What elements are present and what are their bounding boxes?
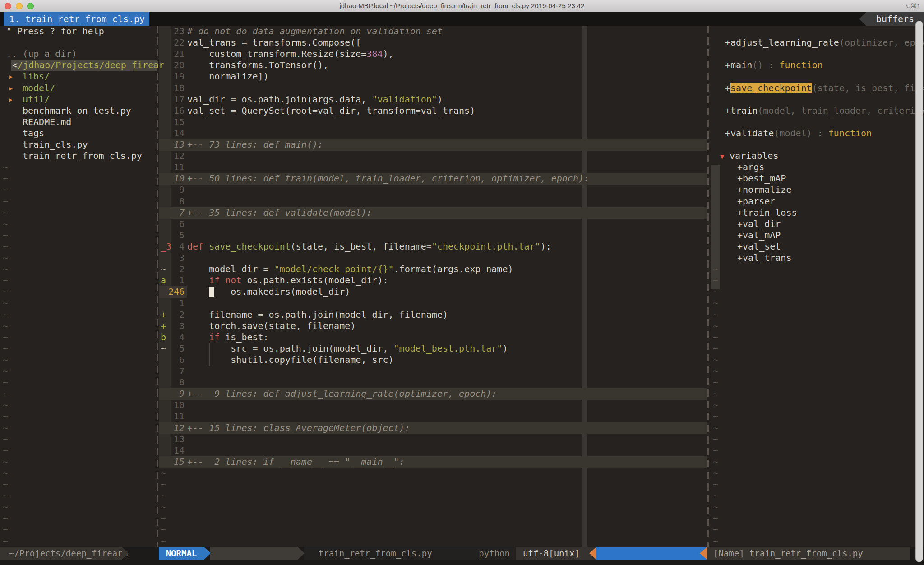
tagbar-tag-item[interactable]: +main() : function [725, 60, 823, 71]
nerdtree-up-dir[interactable]: .. (up a dir) [6, 48, 77, 60]
empty-line-tilde: ~ [713, 366, 718, 377]
code-line[interactable]: src = os.path.join(model_dir, "model_bes… [187, 343, 508, 355]
tagbar-variable-item[interactable]: +val_trans [737, 252, 791, 264]
editor-workspace: " Press ? for help.. (up a dir)</jdhao/P… [0, 26, 924, 547]
empty-line-tilde: ~ [713, 468, 718, 479]
empty-line-tilde: ~ [3, 218, 8, 230]
folded-code-line[interactable]: +-- 9 lines: def adjust_learning_rate(op… [187, 388, 497, 400]
tagbar-section-header[interactable]: ▼ variables [720, 150, 778, 162]
nerdtree-help-hint: " Press ? for help [6, 26, 104, 37]
nerdtree-window-separator[interactable] [157, 26, 158, 547]
gutter-sign: ~ [161, 343, 166, 355]
code-line[interactable]: if is_best: [187, 332, 269, 343]
folded-code-line[interactable]: +-- 73 lines: def main(): [187, 139, 323, 151]
tagbar-variable-item[interactable]: +val_dir [737, 218, 781, 230]
gutter-sign: + [161, 320, 166, 332]
code-line[interactable]: val_set = QuerySet(root=val_dir, transfo… [187, 105, 475, 117]
tagbar-tag-item[interactable]: +validate(model) : function [725, 128, 872, 139]
folded-code-line[interactable]: +-- 2 lines: if __name__ == "__main__": [187, 456, 405, 468]
vim-command-line[interactable] [0, 560, 924, 565]
empty-line-tilde: ~ [3, 479, 8, 491]
empty-line-tilde: ~ [3, 275, 8, 287]
empty-line-tilde: ~ [713, 490, 718, 502]
folded-code-line[interactable]: +-- 35 lines: def validate(model): [187, 207, 372, 219]
empty-line-tilde: ~ [713, 513, 718, 524]
line-number: 3 [165, 252, 185, 264]
code-line[interactable]: val_trans = transforms.Compose([ [187, 37, 361, 49]
separator-arrow-icon [122, 547, 129, 560]
tagbar-variable-item[interactable]: +val_set [737, 241, 781, 253]
nerdtree-file-item[interactable]: tags [23, 128, 44, 139]
code-line[interactable]: def save_checkpoint(state, is_best, file… [187, 241, 551, 253]
empty-line-tilde: ~ [161, 501, 166, 513]
line-number: 11 [165, 162, 185, 173]
empty-line-tilde: ~ [3, 536, 8, 547]
code-line[interactable]: shutil.copyfile(filename, src) [187, 354, 394, 366]
nerdtree-file-item[interactable]: train_cls.py [23, 139, 88, 151]
tagbar-tag-item[interactable]: +save_checkpoint(state, is_best, fil› [725, 83, 924, 94]
tagbar-variable-item[interactable]: +parser [737, 196, 775, 208]
tagbar-variable-item[interactable]: +best_mAP [737, 173, 786, 185]
empty-line-tilde: ~ [3, 490, 8, 502]
code-line[interactable]: if not os.path.exists(model_dir): [187, 275, 388, 287]
line-number: 246 [165, 286, 185, 298]
line-number: 22 [165, 37, 185, 49]
line-number: 2 [165, 309, 185, 321]
empty-line-tilde: ~ [713, 377, 718, 389]
line-number: 15 [165, 456, 185, 468]
tagbar-variable-item[interactable]: +normalize [737, 184, 791, 196]
empty-line-tilde: ~ [3, 320, 8, 332]
code-line[interactable]: filename = os.path.join(model_dir, filen… [187, 309, 448, 321]
gutter-sign: b [161, 332, 166, 343]
folded-code-line[interactable]: +-- 50 lines: def train(model, train_loa… [187, 173, 589, 185]
line-number: 14 [165, 445, 185, 457]
tagbar-tag-item[interactable]: +adjust_learning_rate(optimizer, epo› [725, 37, 924, 49]
code-line[interactable]: torch.save(state, filename) [187, 320, 356, 332]
tagbar-variable-item[interactable]: +args [737, 162, 764, 173]
empty-line-tilde: ~ [3, 207, 8, 219]
line-number: 8 [165, 377, 185, 389]
separator-arrow-icon [700, 547, 707, 560]
empty-line-tilde: ~ [713, 320, 718, 332]
buffers-segment-arrow-icon [859, 12, 866, 26]
tab-current-buffer[interactable]: 1. train_retr_from_cls.py [4, 12, 149, 26]
line-number: 10 [165, 399, 185, 411]
color-column [582, 26, 587, 547]
line-number: 12 [165, 422, 185, 434]
nerdtree-file-item[interactable]: train_retr_from_cls.py [23, 150, 142, 162]
empty-line-tilde: ~ [161, 524, 166, 536]
tagbar-variable-item[interactable]: +val_mAP [737, 230, 781, 241]
dir-collapsed-arrow-icon: ▸ [8, 83, 14, 94]
code-line[interactable]: # do not do data augmentation on validat… [187, 26, 443, 37]
empty-line-tilde: ~ [713, 434, 718, 445]
empty-line-tilde: ~ [3, 162, 8, 173]
nerdtree-file-item[interactable]: README.md [23, 116, 71, 128]
empty-line-tilde: ~ [713, 343, 718, 355]
code-line[interactable]: normalize]) [187, 71, 269, 83]
nerdtree-file-item[interactable]: benchmark_on_test.py [23, 105, 131, 117]
line-number: 2 [165, 264, 185, 275]
code-line[interactable]: custom_transform.Resize(size=384), [187, 48, 394, 60]
tagbar-tag-item[interactable]: +train(model, train_loader, criterio› [725, 105, 924, 117]
line-number: 14 [165, 128, 185, 139]
tab-label: 1. train_retr_from_cls.py [9, 14, 145, 24]
empty-line-tilde: ~ [713, 332, 718, 343]
empty-line-tilde: ~ [3, 252, 8, 264]
line-number: 23 [165, 26, 185, 37]
window-title: jdhao-MBP.local ~/Projects/deep_firearm/… [0, 2, 924, 9]
empty-line-tilde: ~ [3, 524, 8, 536]
empty-line-tilde: ~ [161, 513, 166, 524]
line-number: 1 [165, 275, 185, 287]
code-line[interactable]: model_dir = "model/check_point/{}".forma… [187, 264, 513, 275]
scrollbar-thumb[interactable] [915, 21, 923, 562]
code-line[interactable]: val_dir = os.path.join(args.data, "valid… [187, 94, 443, 106]
code-line[interactable]: transforms.ToTensor(), [187, 60, 328, 71]
line-number: 11 [165, 411, 185, 422]
tagbar-window-separator[interactable] [707, 26, 709, 547]
folded-code-line[interactable]: +-- 15 lines: class AverageMeter(object)… [187, 422, 410, 434]
statusline-tagbar: [Name] train_retr_from_cls.py [707, 547, 910, 560]
empty-line-tilde: ~ [3, 297, 8, 309]
line-number: 5 [165, 343, 185, 355]
empty-line-tilde: ~ [3, 230, 8, 241]
tagbar-variable-item[interactable]: +train_loss [737, 207, 797, 219]
